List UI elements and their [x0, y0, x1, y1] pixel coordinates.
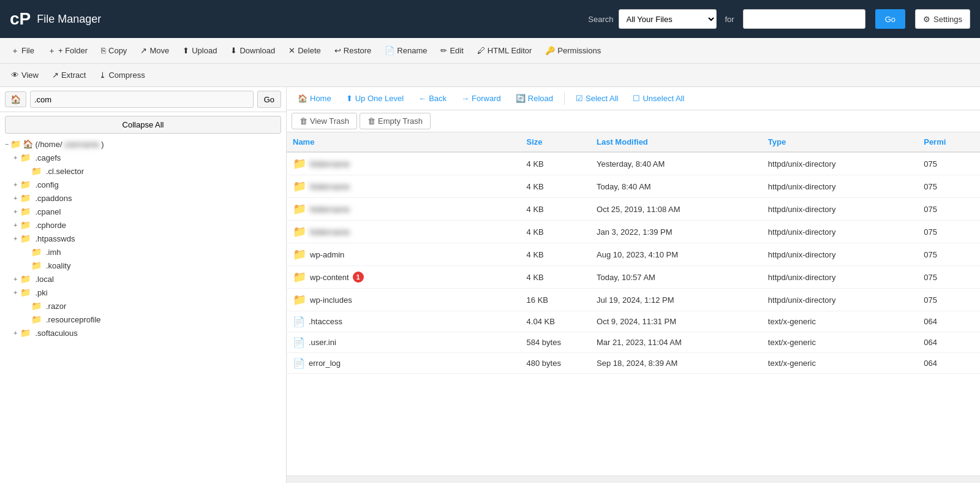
table-row[interactable]: 📁foldername4 KBOct 25, 2019, 11:08 AMhtt… — [287, 198, 980, 221]
tree-item[interactable]: 📁.imh — [2, 245, 284, 259]
tree-item[interactable]: +📁.cphorde — [2, 218, 284, 232]
tree-item[interactable]: +📁.local — [2, 272, 284, 286]
col-size[interactable]: Size — [521, 132, 590, 152]
file-name: error_log — [309, 359, 341, 368]
sidebar-go-button[interactable]: Go — [257, 91, 281, 108]
tree-item[interactable]: 📁.resourceprofile — [2, 313, 284, 326]
table-row[interactable]: 📁foldername4 KBYesterday, 8:40 AMhttpd/u… — [287, 152, 980, 175]
up-one-level-label: Up One Level — [355, 94, 404, 103]
cpanel-logo-icon: cP — [10, 9, 31, 29]
file-type: httpd/unix-directory — [762, 175, 918, 198]
select-all-button[interactable]: ☑ Select All — [570, 91, 624, 106]
file-name: foldername — [310, 182, 350, 191]
view-trash-button[interactable]: 🗑 View Trash — [292, 113, 357, 129]
table-row[interactable]: 📁wp-admin4 KBAug 10, 2023, 4:10 PMhttpd/… — [287, 243, 980, 266]
tree-item[interactable]: 📁.razor — [2, 299, 284, 313]
col-type[interactable]: Type — [762, 132, 918, 152]
trash-toolbar: 🗑 View Trash 🗑 Empty Trash — [287, 110, 980, 132]
col-name[interactable]: Name — [287, 132, 521, 152]
new-file-button[interactable]: ＋ File — [5, 42, 40, 59]
copy-label: Copy — [108, 46, 127, 55]
tree-item[interactable]: +📁.cagefs — [2, 151, 284, 164]
new-folder-label: + Folder — [58, 46, 88, 55]
html-editor-button[interactable]: 🖊 HTML Editor — [471, 43, 538, 58]
file-size: 4 KB — [521, 198, 590, 221]
delete-icon: ✕ — [288, 46, 295, 55]
edit-button[interactable]: ✏ Edit — [434, 43, 469, 58]
copy-button[interactable]: ⎘ Copy — [95, 43, 133, 58]
home-icon: 🏠 — [23, 139, 33, 149]
sidebar-home-button[interactable]: 🏠 — [5, 91, 26, 107]
view-icon: 👁 — [11, 70, 19, 80]
tree-item[interactable]: +📁.softaculous — [2, 326, 284, 340]
file-modified: Today, 10:57 AM — [590, 266, 762, 289]
folder-icon: 📁 — [20, 207, 31, 216]
table-row[interactable]: 📁foldername4 KBToday, 8:40 AMhttpd/unix-… — [287, 175, 980, 198]
copy-icon: ⎘ — [101, 46, 106, 55]
table-row[interactable]: 📄.htaccess4.04 KBOct 9, 2024, 11:31 PMte… — [287, 311, 980, 332]
file-modified: Oct 25, 2019, 11:08 AM — [590, 198, 762, 221]
tree-item[interactable]: 📁.koality — [2, 259, 284, 272]
tree-item[interactable]: 📁.cl.selector — [2, 164, 284, 178]
file-permissions: 075 — [918, 266, 980, 289]
settings-button[interactable]: ⚙ Settings — [915, 9, 970, 29]
search-go-button[interactable]: Go — [875, 9, 905, 29]
home-nav-button[interactable]: 🏠 Home — [292, 91, 337, 106]
tree-item[interactable]: +📁.cpanel — [2, 205, 284, 218]
tree-item[interactable]: +📁.cpaddons — [2, 191, 284, 205]
horizontal-scrollbar[interactable] — [287, 476, 980, 483]
rename-button[interactable]: 📄 Rename — [379, 43, 433, 58]
collapse-all-button[interactable]: Collapse All — [5, 116, 281, 134]
compress-icon: ⤓ — [99, 70, 106, 80]
tree-item[interactable]: +📁.htpasswds — [2, 232, 284, 245]
upload-label: Upload — [192, 46, 217, 55]
new-folder-button[interactable]: ＋ + Folder — [42, 42, 94, 59]
table-row[interactable]: 📁wp-includes16 KBJul 19, 2024, 1:12 PMht… — [287, 289, 980, 311]
move-button[interactable]: ↗ Move — [134, 43, 175, 58]
restore-button[interactable]: ↩ Restore — [328, 43, 378, 58]
view-label: View — [21, 70, 39, 80]
table-row[interactable]: 📁foldername4 KBJan 3, 2022, 1:39 PMhttpd… — [287, 221, 980, 243]
delete-button[interactable]: ✕ Delete — [282, 43, 327, 58]
tree-root-item[interactable]: − 📁 🏠 (/home/ username ) — [2, 137, 284, 151]
expand-icon: + — [13, 329, 17, 337]
table-row[interactable]: 📄.user.ini584 bytesMar 21, 2023, 11:04 A… — [287, 332, 980, 353]
folder-icon: 📁 — [293, 180, 306, 193]
col-perms[interactable]: Permi — [918, 132, 980, 152]
settings-label: Settings — [933, 15, 962, 24]
search-input[interactable] — [743, 9, 865, 29]
file-size: 4 KB — [521, 266, 590, 289]
folder-icon: 📁 — [20, 234, 31, 243]
file-size: 16 KB — [521, 289, 590, 311]
search-scope-select[interactable]: All Your Files — [619, 9, 717, 29]
extract-button[interactable]: ↗ Extract — [46, 67, 92, 83]
html-editor-label: HTML Editor — [488, 46, 532, 55]
file-modified: Yesterday, 8:40 AM — [590, 152, 762, 175]
folder-icon: 📁 — [20, 274, 31, 284]
download-button[interactable]: ⬇ Download — [224, 43, 281, 58]
file-size: 4 KB — [521, 221, 590, 243]
up-one-level-button[interactable]: ⬆ Up One Level — [340, 91, 410, 106]
col-modified[interactable]: Last Modified — [590, 132, 762, 152]
reload-button[interactable]: 🔄 Reload — [510, 91, 559, 106]
file-table-container[interactable]: Name Size Last Modified Type Permi 📁fold… — [287, 132, 980, 476]
tree-item[interactable]: +📁.config — [2, 178, 284, 191]
tree-item[interactable]: +📁.pki — [2, 286, 284, 299]
compress-button[interactable]: ⤓ Compress — [93, 67, 151, 83]
root-label: (/home/ — [35, 140, 62, 149]
forward-button[interactable]: → Forward — [455, 91, 507, 106]
folder-icon: 📁 — [293, 157, 306, 170]
view-button[interactable]: 👁 View — [5, 67, 45, 83]
table-row[interactable]: 📄error_log480 bytesSep 18, 2024, 8:39 AM… — [287, 353, 980, 374]
tree-item-label: .cphorde — [35, 221, 66, 230]
folder-icon: 📁 — [20, 193, 31, 203]
table-row[interactable]: 📁wp-content14 KBToday, 10:57 AMhttpd/uni… — [287, 266, 980, 289]
unselect-all-button[interactable]: ☐ Unselect All — [627, 91, 690, 106]
permissions-button[interactable]: 🔑 Permissions — [539, 43, 607, 58]
back-button[interactable]: ← Back — [412, 91, 453, 106]
logo-area: cP File Manager — [10, 9, 101, 29]
path-input[interactable] — [30, 91, 254, 108]
upload-button[interactable]: ⬆ Upload — [176, 43, 223, 58]
empty-trash-button[interactable]: 🗑 Empty Trash — [360, 113, 431, 129]
move-label: Move — [149, 46, 169, 55]
